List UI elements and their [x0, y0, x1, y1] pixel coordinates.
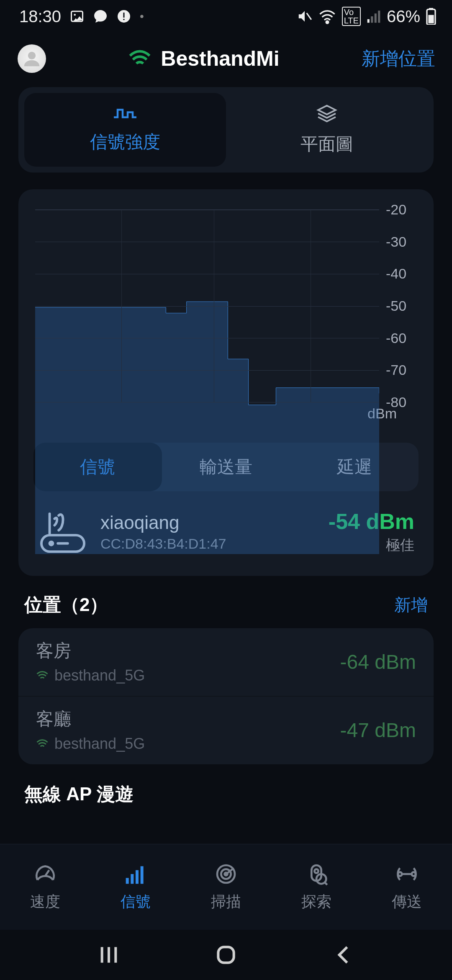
tab-signal-strength-label: 信號強度 — [90, 130, 160, 154]
svg-rect-19 — [126, 878, 129, 884]
roaming-title: 無線 AP 漫遊 — [0, 764, 452, 811]
gauge-icon — [33, 862, 57, 886]
system-nav — [0, 930, 452, 980]
nav-speed-label: 速度 — [30, 892, 60, 912]
chart-tick: -40 — [386, 266, 406, 282]
chart-tick: -20 — [386, 201, 406, 218]
bottom-nav: 速度 信號 掃描 探索 傳送 — [0, 844, 452, 930]
svg-rect-7 — [367, 19, 370, 23]
nav-explore[interactable]: 探索 — [271, 844, 362, 930]
locations-title: 位置（2） — [24, 593, 108, 617]
chart-tick: -70 — [386, 362, 406, 378]
volte-icon: VoLTE — [342, 7, 361, 26]
location-net: besthand_5G — [54, 667, 145, 684]
app-header: BesthandMi 新增位置 — [0, 33, 452, 87]
signal-wave-icon — [113, 106, 138, 121]
explore-icon — [305, 862, 328, 886]
svg-point-1 — [74, 14, 76, 16]
svg-rect-22 — [141, 866, 144, 884]
avatar[interactable] — [18, 44, 46, 73]
mute-icon — [297, 8, 313, 24]
battery-icon — [426, 8, 436, 25]
recent-apps-button[interactable] — [97, 943, 121, 967]
svg-point-25 — [225, 872, 228, 875]
nav-transfer[interactable]: 傳送 — [362, 844, 452, 930]
location-name: 客房 — [36, 639, 340, 663]
status-right: VoLTE 66% — [297, 7, 436, 26]
nav-scan-label: 掃描 — [211, 892, 241, 912]
nav-transfer-label: 傳送 — [392, 892, 422, 912]
wifi-strength-icon — [128, 50, 152, 67]
bars-icon — [124, 862, 147, 886]
svg-line-5 — [306, 13, 311, 20]
status-left: 18:30 • — [19, 7, 144, 26]
svg-rect-8 — [371, 16, 373, 23]
svg-rect-4 — [123, 19, 125, 20]
svg-point-27 — [314, 869, 318, 873]
location-dbm: -64 dBm — [340, 650, 416, 673]
image-icon — [69, 9, 85, 24]
svg-point-6 — [326, 21, 329, 23]
location-net: besthand_5G — [54, 735, 145, 753]
alert-icon — [116, 9, 131, 24]
location-dbm: -47 dBm — [340, 719, 416, 742]
chart-tick: -30 — [386, 233, 406, 250]
chart-yaxis: -20-30-40-50-60-70-80 — [379, 209, 417, 402]
chart-tick: -80 — [386, 394, 406, 410]
transfer-icon — [395, 862, 419, 886]
status-bar: 18:30 • VoLTE 66% — [0, 0, 452, 33]
tab-signal-strength[interactable]: 信號強度 — [24, 93, 226, 167]
chart-tick: -60 — [386, 330, 406, 346]
status-time: 18:30 — [19, 7, 61, 26]
nav-explore-label: 探索 — [301, 892, 331, 912]
nav-signal[interactable]: 信號 — [90, 844, 181, 930]
locations-add-button[interactable]: 新增 — [394, 593, 428, 616]
header-center[interactable]: BesthandMi — [128, 46, 279, 71]
svg-rect-9 — [375, 13, 377, 23]
nav-speed[interactable]: 速度 — [0, 844, 90, 930]
tab-floorplan[interactable]: 平面圖 — [226, 93, 428, 167]
radar-icon — [214, 862, 238, 886]
svg-rect-3 — [123, 13, 125, 18]
chart-tick: -50 — [386, 298, 406, 314]
locations-list: 客房 besthand_5G -64 dBm 客廳 besthand_5G -4… — [18, 628, 434, 764]
battery-pct: 66% — [387, 7, 420, 26]
dot-icon: • — [140, 10, 144, 23]
back-button[interactable] — [331, 943, 355, 967]
svg-rect-10 — [378, 10, 380, 23]
location-name: 客廳 — [36, 707, 340, 731]
svg-rect-20 — [131, 874, 134, 884]
chart-wrap: -20-30-40-50-60-70-80 dBm — [18, 189, 434, 432]
wifi-icon — [318, 8, 336, 24]
wifi-small-icon — [36, 739, 49, 749]
locations-header: 位置（2） 新增 — [0, 593, 452, 628]
nav-scan[interactable]: 掃描 — [181, 844, 271, 930]
location-row[interactable]: 客房 besthand_5G -64 dBm — [18, 628, 434, 696]
chart-plot — [35, 209, 379, 402]
add-location-button[interactable]: 新增位置 — [362, 46, 435, 71]
svg-point-14 — [28, 52, 36, 59]
svg-rect-35 — [218, 947, 234, 962]
cell-icon — [367, 9, 381, 23]
home-button[interactable] — [214, 943, 238, 967]
signal-chart-card: -20-30-40-50-60-70-80 dBm 信號 輸送量 延遲 — [18, 189, 434, 576]
svg-rect-21 — [136, 870, 139, 884]
tab-floorplan-label: 平面圖 — [300, 132, 353, 156]
view-tabs: 信號強度 平面圖 — [18, 87, 434, 173]
svg-line-18 — [45, 870, 49, 876]
location-row[interactable]: 客廳 besthand_5G -47 dBm — [18, 696, 434, 764]
svg-line-29 — [325, 883, 327, 885]
nav-signal-label: 信號 — [121, 892, 151, 912]
layers-icon — [316, 104, 338, 123]
svg-rect-13 — [428, 15, 434, 23]
signal-line — [35, 210, 379, 554]
wifi-small-icon — [36, 671, 49, 681]
header-ssid: BesthandMi — [161, 46, 279, 71]
chat-icon — [93, 9, 108, 24]
chart-area: -20-30-40-50-60-70-80 — [35, 209, 417, 402]
